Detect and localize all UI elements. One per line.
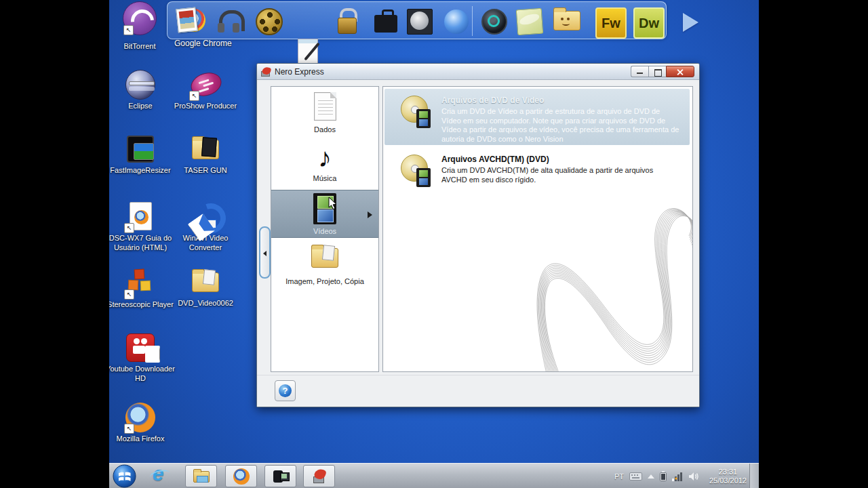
orange-cube	[128, 280, 139, 291]
camera-lens-icon[interactable]	[479, 7, 509, 37]
nero-express-window: Nero Express Dados ♪ Música	[256, 63, 700, 407]
icon-label: Eclipse	[128, 102, 152, 111]
film-reel-icon[interactable]	[254, 7, 284, 37]
desktop-icon-proshow[interactable]: ProShow Producer	[170, 70, 241, 111]
blue-sphere-icon[interactable]	[441, 7, 471, 37]
start-button[interactable]	[113, 464, 136, 488]
help-icon: ?	[279, 384, 292, 397]
proshow-disc	[188, 69, 224, 100]
icon-label: DVD_Video0062	[178, 299, 233, 308]
data-document-icon	[314, 92, 336, 121]
language-indicator[interactable]: PT	[614, 472, 624, 481]
desktop-icon-eclipse[interactable]: Eclipse	[109, 70, 173, 111]
winavi-label-box	[193, 220, 216, 228]
window-titlebar[interactable]: Nero Express	[257, 64, 699, 80]
icon-label: Stereoscopic Player	[109, 300, 174, 310]
desktop-icon-fastimageresizer[interactable]: FastImageResizer	[109, 134, 176, 176]
sidebar-item-label: Vídeos	[271, 227, 378, 235]
option-avchd-files[interactable]: Arquivos AVCHD(TM) (DVD) Cria um DVD AVC…	[384, 148, 690, 190]
taskbar-button-camera-app[interactable]	[264, 465, 296, 487]
keyboard-icon[interactable]	[629, 472, 642, 481]
dreamweaver-icon[interactable]: Dw	[633, 7, 665, 39]
chrome-dock-label: Google Chrome	[174, 39, 249, 48]
desktop-icon-winavi[interactable]: WinAVI Video Converter	[170, 202, 241, 253]
icon-label: FastImageResizer	[110, 166, 170, 176]
network-signal-icon[interactable]	[672, 472, 684, 481]
help-button[interactable]: ?	[275, 380, 296, 401]
icon-label: Mozilla Firefox	[117, 434, 165, 444]
mini-filmstrip-icon	[416, 109, 431, 128]
icon-label: DSC-WX7 Guia do Usuário (HTML)	[109, 234, 176, 253]
padlock-icon[interactable]	[332, 7, 361, 37]
speaker-icon[interactable]	[689, 472, 700, 481]
bittorrent-swirl	[123, 1, 157, 35]
avchd-disc-icon	[401, 155, 432, 186]
folder-icon	[192, 140, 219, 159]
red-cube	[134, 269, 145, 280]
desktop-icon-bittorrent[interactable]: BitTorrent	[109, 4, 172, 52]
image-project-copy-folder-icon	[310, 243, 340, 272]
dock-divider	[472, 6, 473, 36]
show-hidden-icons-arrow[interactable]	[648, 474, 654, 479]
desktop-icon-stereoscopic[interactable]: Stereoscopic Player	[109, 268, 176, 310]
sidebar-item-dados[interactable]: Dados	[271, 92, 378, 134]
desktop-icon-dvd-video0062[interactable]: DVD_Video0062	[170, 267, 241, 308]
show-desktop-button[interactable]	[749, 464, 759, 488]
icon-label: TASER GUN	[184, 166, 226, 176]
smiley-folder-icon[interactable]	[552, 7, 582, 37]
taskbar-button-nero[interactable]	[303, 465, 335, 487]
dvd-folder-icon	[191, 267, 220, 297]
clock-date: 25/03/2012	[709, 476, 747, 485]
mouse-cursor	[328, 197, 338, 210]
option-title: Arquivos AVCHD(TM) (DVD)	[441, 155, 680, 164]
document-pen-icon[interactable]	[294, 37, 324, 66]
option-description: Cria um DVD de Vídeo a partir de estrutu…	[441, 107, 680, 144]
taskbar-button-firefox[interactable]	[225, 465, 257, 487]
yellow-cube	[140, 281, 151, 291]
option-dvd-video-files[interactable]: Arquivos de DVD de Vídeo Cria um DVD de …	[384, 89, 690, 145]
disc-icon	[407, 9, 433, 35]
play-arrow-icon[interactable]	[683, 13, 698, 32]
desktop-icon-dsc-wx7-guide[interactable]: DSC-WX7 Guia do Usuário (HTML)	[109, 202, 176, 253]
window-controls	[631, 66, 694, 77]
eclipse-icon	[125, 70, 155, 100]
close-button[interactable]	[666, 66, 694, 77]
sidebar-collapse-handle[interactable]	[259, 226, 271, 279]
cd-case-icon[interactable]	[405, 7, 435, 37]
battery-icon[interactable]	[660, 471, 667, 481]
camera-reels	[134, 338, 140, 344]
folder-icon	[311, 248, 338, 268]
submenu-arrow-icon	[368, 211, 372, 218]
desktop-icon-taser-gun[interactable]: TASER GUN	[170, 134, 241, 176]
sidebar-item-videos[interactable]: Vídeos	[271, 190, 378, 238]
fireworks-icon[interactable]: Fw	[595, 7, 627, 39]
dock-item-google-chrome[interactable]	[176, 7, 205, 37]
fireworks-badge-text: Fw	[601, 16, 620, 31]
mini-filmstrip-icon	[416, 168, 431, 187]
green-note-icon[interactable]	[515, 7, 545, 37]
sidebar-item-imagem-projeto-copia[interactable]: Imagem, Projeto, Cópia	[271, 243, 378, 285]
briefcase-icon[interactable]	[371, 7, 401, 37]
window-footer: ?	[257, 375, 699, 407]
desktop-icon-youtube-downloader[interactable]: Youtube Downloader HD	[109, 333, 176, 384]
maximize-button[interactable]	[648, 66, 666, 77]
task-option-panel: Arquivos de DVD de Vídeo Cria um DVD de …	[382, 86, 693, 372]
chevron-left-icon	[263, 251, 267, 256]
window-title: Nero Express	[275, 67, 324, 77]
video-frame: Fw Dw Google Chrome BitTorrent Eclipse P…	[0, 0, 868, 488]
html-document-icon	[125, 202, 155, 232]
taskbar-button-explorer[interactable]	[185, 465, 217, 487]
internet-explorer-button[interactable]	[149, 465, 171, 487]
bittorrent-icon	[125, 4, 155, 34]
nero-app-icon	[261, 67, 271, 77]
sidebar-item-label: Música	[271, 174, 378, 182]
sidebar-item-musica[interactable]: ♪ Música	[271, 142, 378, 182]
desktop-icon-firefox[interactable]: Mozilla Firefox	[109, 403, 176, 444]
tray-clock[interactable]: 23:31 25/03/2012	[709, 468, 747, 485]
minimize-button[interactable]	[631, 66, 648, 77]
firefox-icon	[125, 403, 155, 432]
music-note-icon: ♪	[318, 142, 332, 172]
headphones-icon[interactable]	[215, 7, 245, 37]
sphere-icon	[444, 9, 469, 34]
reel-icon	[256, 8, 283, 35]
